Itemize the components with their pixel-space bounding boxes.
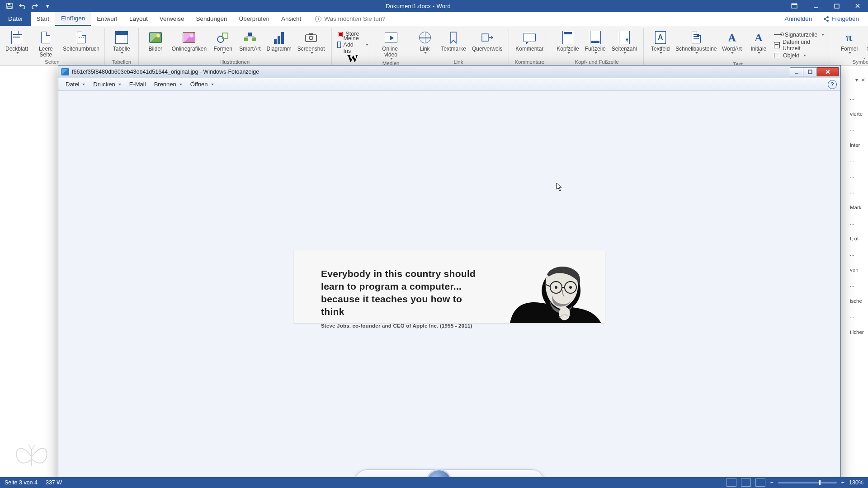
wikipedia-icon: W xyxy=(347,52,358,65)
status-page[interactable]: Seite 3 von 4 xyxy=(5,479,38,486)
wikipedia-button[interactable]: WWikipedia xyxy=(337,50,368,66)
pv-maximize-button[interactable] xyxy=(803,67,817,76)
ribbon-tabs: Datei Start Einfügen Entwurf Layout Verw… xyxy=(0,12,868,26)
smartart-button[interactable]: SmartArt xyxy=(236,29,263,54)
group-illustrations: Bilder Onlinegrafiken Formen SmartArt Di… xyxy=(139,28,332,66)
maximize-button[interactable] xyxy=(826,0,847,12)
footer-button[interactable]: Fußzeile xyxy=(582,29,609,54)
screenshot-button[interactable]: Screenshot xyxy=(295,29,328,54)
tab-mailings[interactable]: Sendungen xyxy=(190,12,233,26)
tab-view[interactable]: Ansicht xyxy=(275,12,307,26)
tab-layout[interactable]: Layout xyxy=(123,12,154,26)
watermark-butterfly-icon xyxy=(14,441,50,473)
word-title-bar: ▾ Dokument1.docx - Word xyxy=(0,0,868,12)
status-wordcount[interactable]: 337 W xyxy=(46,479,62,486)
my-addins-button[interactable]: Meine Add-Ins xyxy=(335,40,370,50)
save-button[interactable] xyxy=(4,1,15,11)
pv-close-button[interactable] xyxy=(817,67,839,76)
zoom-slider[interactable] xyxy=(778,482,837,483)
chart-button[interactable]: Diagramm xyxy=(264,29,294,54)
cover-page-button[interactable]: Deckblatt xyxy=(4,29,30,58)
group-tables: Tabelle Tabellen xyxy=(105,28,139,66)
svg-rect-2 xyxy=(8,6,11,8)
share-button[interactable]: Freigeben xyxy=(818,15,863,22)
zoom-level[interactable]: 130% xyxy=(849,479,863,486)
tab-start[interactable]: Start xyxy=(31,12,56,26)
document-title: Dokument1.docx - Word xyxy=(53,3,783,9)
svg-rect-12 xyxy=(244,38,248,41)
pv-minimize-button[interactable] xyxy=(790,67,803,76)
blank-page-button[interactable]: Leere Seite xyxy=(30,29,61,58)
quick-parts-button[interactable]: Schnellbausteine xyxy=(674,29,718,61)
pictures-button[interactable]: Bilder xyxy=(142,29,169,54)
minimize-button[interactable] xyxy=(806,0,826,12)
tab-file[interactable]: Datei xyxy=(0,12,31,26)
tab-review[interactable]: Überprüfen xyxy=(233,12,276,26)
svg-rect-17 xyxy=(309,33,313,35)
table-button[interactable]: Tabelle xyxy=(108,29,135,54)
object-button[interactable]: Objekt xyxy=(772,51,829,61)
share-icon xyxy=(823,16,829,22)
shapes-button[interactable]: Formen xyxy=(210,29,236,54)
pv-menu-open[interactable]: Öffnen xyxy=(187,80,217,89)
page-number-button[interactable]: #Seitenzahl xyxy=(609,29,640,54)
group-media: Online-video Medien xyxy=(374,28,408,66)
textbox-button[interactable]: ATextfeld xyxy=(647,29,674,61)
symbol-button[interactable]: ΩSymbol xyxy=(863,29,868,54)
group-headerfooter: Kopfzeile Fußzeile #Seitenzahl Kopf- und… xyxy=(550,28,643,66)
view-print-layout[interactable] xyxy=(741,479,751,487)
link-button[interactable]: Link xyxy=(412,29,438,54)
dropcap-button[interactable]: AInitiale xyxy=(745,29,772,61)
header-button[interactable]: Kopfzeile xyxy=(554,29,581,54)
wordart-button[interactable]: AWordArt xyxy=(719,29,745,61)
pv-help-button[interactable]: ? xyxy=(828,80,837,89)
styles-list-partial: ...vierte ...inter ...... ...Mark ...t, … xyxy=(850,90,868,340)
pv-menu-file[interactable]: Datei xyxy=(62,80,89,89)
sign-in-link[interactable]: Anmelden xyxy=(780,15,816,22)
pv-menu-burn[interactable]: Brennen xyxy=(151,80,186,89)
photo-viewer-window: f661ef35f8480db603eb43eb41d51644_origina… xyxy=(58,65,841,483)
zoom-in[interactable]: + xyxy=(841,479,844,486)
collapse-ribbon[interactable]: ˇ xyxy=(863,57,865,64)
view-web-layout[interactable] xyxy=(755,479,765,487)
ribbon-display-options[interactable] xyxy=(783,0,806,12)
view-read-mode[interactable] xyxy=(726,479,736,487)
styles-pane-controls: ▾ ✕ xyxy=(855,77,865,83)
online-video-button[interactable]: Online-video xyxy=(378,29,404,60)
online-pictures-button[interactable]: Onlinegrafiken xyxy=(169,29,209,54)
zoom-out[interactable]: − xyxy=(770,479,773,486)
svg-point-16 xyxy=(309,36,313,40)
close-button[interactable] xyxy=(847,0,868,12)
group-comments: Kommentar Kommentare xyxy=(509,28,550,66)
qat-customize[interactable]: ▾ xyxy=(42,1,53,11)
tell-me-search[interactable]: Was möchten Sie tun? xyxy=(315,12,385,26)
pv-title-bar[interactable]: f661ef35f8480db603eb43eb41d51644_origina… xyxy=(58,66,840,78)
pv-menu-bar: Datei Drucken E-Mail Brennen Öffnen ? xyxy=(58,78,840,91)
svg-rect-1 xyxy=(8,3,10,5)
bookmark-button[interactable]: Textmarke xyxy=(439,29,469,54)
redo-button[interactable] xyxy=(29,1,41,11)
store-icon: ▣ xyxy=(337,30,343,38)
quote-attribution: Steve Jobs, co-founder and CEO of Apple … xyxy=(321,323,487,329)
page-break-button[interactable]: Seitenumbruch xyxy=(62,29,101,58)
pv-window-controls xyxy=(790,67,839,76)
pv-menu-email[interactable]: E-Mail xyxy=(126,80,150,89)
pv-image-stage[interactable]: Everybody in this country should learn t… xyxy=(58,91,840,482)
lightbulb-icon xyxy=(315,16,321,22)
tab-references[interactable]: Verweise xyxy=(154,12,190,26)
svg-rect-14 xyxy=(248,33,252,36)
equation-button[interactable]: πFormel xyxy=(836,29,862,54)
svg-rect-18 xyxy=(482,34,488,41)
signature-line-button[interactable]: Signaturzeile xyxy=(772,30,829,40)
addins-icon xyxy=(337,42,341,48)
undo-button[interactable] xyxy=(16,1,28,11)
pv-menu-print[interactable]: Drucken xyxy=(90,80,124,89)
cross-reference-button[interactable]: Querverweis xyxy=(469,29,505,54)
svg-rect-4 xyxy=(792,4,797,5)
date-time-button[interactable]: Datum und Uhrzeit xyxy=(772,40,829,50)
comment-button[interactable]: Kommentar xyxy=(513,29,546,52)
pane-menu[interactable]: ▾ xyxy=(855,77,858,83)
tab-design[interactable]: Entwurf xyxy=(91,12,123,26)
tab-insert[interactable]: Einfügen xyxy=(55,12,91,26)
pane-close[interactable]: ✕ xyxy=(861,77,865,83)
